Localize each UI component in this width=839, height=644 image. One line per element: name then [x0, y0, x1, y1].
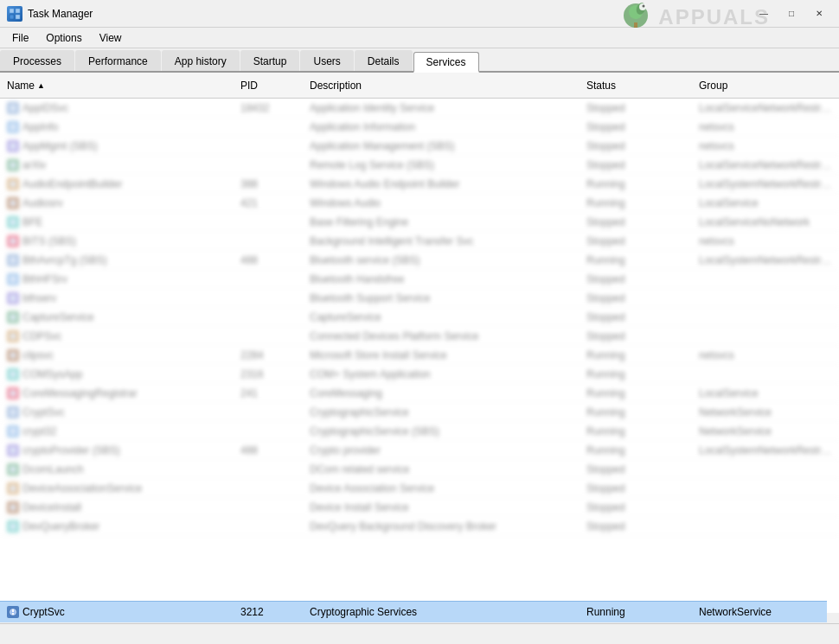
service-row-icon	[7, 387, 19, 399]
table-row[interactable]: cryptoProvider (SBS) 488 Crypto provider…	[0, 441, 839, 460]
maximize-button[interactable]: □	[778, 5, 804, 22]
table-row[interactable]: BthAvrcpTg (SBS) 488 Bluetooth service (…	[0, 251, 839, 270]
table-row[interactable]: BFE Base Filtering Engine Stopped LocalS…	[0, 213, 839, 232]
status-cell: Stopped	[583, 292, 695, 304]
col-header-group[interactable]: Group	[695, 78, 836, 93]
tab-app-history[interactable]: App history	[162, 50, 240, 71]
col-header-name[interactable]: Name ▲	[3, 78, 237, 93]
tab-bar: Processes Performance App history Startu…	[0, 48, 839, 73]
col-header-description[interactable]: Description	[306, 78, 583, 93]
name-cell: BITS (SBS)	[3, 235, 237, 247]
service-row-icon	[7, 501, 19, 513]
desc-cell: Application Information	[306, 121, 583, 133]
table-row[interactable]: DcomLaunch DCom related service Stopped	[0, 460, 839, 479]
selected-service-row[interactable]: CryptSvc 3212 Cryptographic Services Run…	[0, 601, 827, 623]
table-row[interactable]: CDPSvc Connected Devices Platform Servic…	[0, 327, 839, 346]
svg-rect-74	[12, 505, 14, 507]
desc-cell: CaptureService	[306, 311, 583, 323]
group-cell: netsvcs	[695, 235, 836, 247]
group-cell: LocalServiceNetworkRestricted	[695, 102, 836, 114]
desc-cell: Crypto provider	[306, 444, 583, 456]
service-row-icon	[7, 425, 19, 437]
table-row[interactable]: AppMgmt (SBS) Application Management (SB…	[0, 137, 839, 156]
svg-rect-59	[12, 410, 14, 412]
svg-rect-80	[12, 609, 14, 612]
svg-rect-39	[12, 280, 14, 282]
table-row[interactable]: crypt32 CryptographicService (SBS) Runni…	[0, 422, 839, 441]
table-row[interactable]: AppIDSvc 18432 Application Identity Serv…	[0, 99, 839, 118]
status-cell: Running	[583, 368, 695, 380]
group-cell: netsvcs	[695, 121, 836, 133]
table-row[interactable]: arXiv Remote Log Service (SBS) Stopped L…	[0, 156, 839, 175]
svg-rect-77	[12, 524, 14, 526]
group-cell: LocalService	[695, 197, 836, 209]
svg-rect-78	[12, 527, 14, 529]
status-cell: Running	[583, 406, 695, 418]
svg-rect-66	[12, 451, 14, 453]
table-row[interactable]: DeviceAssociationService Device Associat…	[0, 479, 839, 498]
name-cell: CryptSvc	[3, 406, 237, 418]
svg-rect-20	[12, 163, 14, 165]
svg-rect-69	[12, 470, 14, 472]
col-header-status[interactable]: Status	[583, 78, 695, 93]
table-row[interactable]: CoreMessagingRegistrar 241 CoreMessaging…	[0, 384, 839, 403]
table-row[interactable]: CaptureService CaptureService Stopped	[0, 308, 839, 327]
name-cell: DeviceAssociationService	[3, 482, 237, 494]
table-row[interactable]: AudioEndpointBuilder 388 Windows Audio E…	[0, 175, 839, 194]
tab-details[interactable]: Details	[355, 50, 413, 71]
selected-pid-cell: 3212	[237, 606, 306, 618]
desc-cell: CoreMessaging	[306, 387, 583, 399]
selected-status-cell: Running	[583, 606, 695, 618]
service-row-icon	[7, 463, 19, 475]
table-row[interactable]: bthserv Bluetooth Support Service Stoppe…	[0, 289, 839, 308]
sort-arrow-name: ▲	[37, 81, 45, 90]
table-row[interactable]: COMSysApp 2316 COM+ System Application R…	[0, 365, 839, 384]
tab-startup[interactable]: Startup	[240, 50, 300, 71]
status-cell: Running	[583, 178, 695, 190]
svg-rect-32	[12, 239, 14, 241]
group-cell: netsvcs	[695, 349, 836, 361]
table-row[interactable]: clipsvc 2284 Microsoft Store Install Ser…	[0, 346, 839, 365]
appuals-text: APPUALS	[658, 5, 770, 29]
svg-rect-30	[12, 223, 14, 225]
status-cell: Running	[583, 425, 695, 437]
pid-cell: 421	[237, 197, 306, 209]
table-row[interactable]: DevQueryBroker DevQuery Background Disco…	[0, 517, 839, 536]
status-cell: Stopped	[583, 311, 695, 323]
table-row[interactable]: BITS (SBS) Background Intelligent Transf…	[0, 232, 839, 251]
svg-rect-17	[12, 143, 14, 146]
service-icon	[7, 606, 19, 618]
tab-users[interactable]: Users	[300, 50, 353, 71]
appuals-logo: APPUALS	[618, 0, 770, 35]
service-row-icon	[7, 330, 19, 342]
service-row-icon	[7, 216, 19, 228]
table-row[interactable]: CryptSvc CryptographicService Running Ne…	[0, 403, 839, 422]
status-cell: Stopped	[583, 235, 695, 247]
status-cell: Stopped	[583, 482, 695, 494]
name-cell: arXiv	[3, 159, 237, 171]
tab-performance[interactable]: Performance	[75, 50, 161, 71]
status-cell: Stopped	[583, 501, 695, 513]
svg-rect-42	[12, 299, 14, 301]
desc-cell: Remote Log Service (SBS)	[306, 159, 583, 171]
table-row[interactable]: BthHFSrv Bluetooth Handsfree Stopped	[0, 270, 839, 289]
service-row-icon	[7, 235, 19, 247]
service-row-icon	[7, 292, 19, 304]
svg-rect-51	[12, 356, 14, 358]
table-row[interactable]: DeviceInstall Device Install Service Sto…	[0, 498, 839, 517]
tab-services[interactable]: Services	[413, 52, 479, 73]
menu-file[interactable]: File	[3, 30, 37, 46]
tab-processes[interactable]: Processes	[0, 50, 74, 71]
status-cell: Running	[583, 444, 695, 456]
close-button[interactable]: ✕	[806, 5, 832, 22]
svg-rect-24	[12, 185, 14, 187]
svg-rect-11	[12, 105, 14, 108]
services-table-body[interactable]: AppIDSvc 18432 Application Identity Serv…	[0, 99, 839, 613]
col-header-pid[interactable]: PID	[237, 78, 306, 93]
table-row[interactable]: AppInfo Application Information Stopped …	[0, 118, 839, 137]
name-cell: BthAvrcpTg (SBS)	[3, 254, 237, 266]
menu-view[interactable]: View	[91, 30, 131, 46]
name-cell: CaptureService	[3, 311, 237, 323]
menu-options[interactable]: Options	[37, 30, 90, 46]
table-row[interactable]: Audiosrv 421 Windows Audio Running Local…	[0, 194, 839, 213]
